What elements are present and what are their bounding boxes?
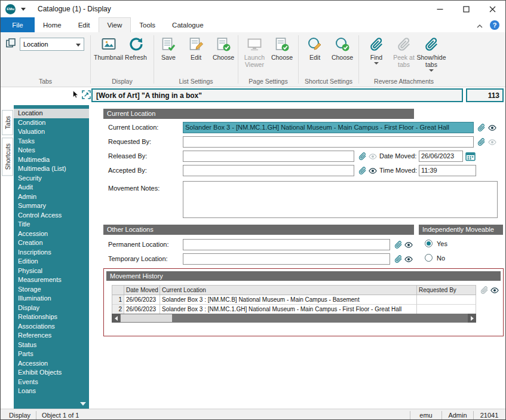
window-menu-caret-icon[interactable]	[21, 8, 26, 11]
sidebar-item-physical[interactable]: Physical	[14, 266, 89, 276]
column-header-current-location[interactable]: Current Location	[160, 286, 417, 295]
permanent-location-field[interactable]	[183, 239, 390, 250]
sidebar-item-loans[interactable]: Loans	[14, 387, 89, 396]
sidebar-item-parts[interactable]: Parts	[14, 350, 89, 359]
sidebar-item-associations[interactable]: Associations	[14, 322, 89, 332]
sidebar-item-measurements[interactable]: Measurements	[14, 275, 89, 285]
accepted-by-field[interactable]	[183, 165, 354, 176]
sidebar-item-inscriptions[interactable]: Inscriptions	[14, 248, 89, 257]
attach-icon[interactable]	[394, 255, 403, 263]
list-choose-button[interactable]: Choose	[210, 33, 237, 61]
movement-notes-field[interactable]	[183, 181, 498, 218]
sidebar-item-creation[interactable]: Creation	[14, 238, 89, 248]
sidebar-item-accession-2[interactable]: Accession	[14, 359, 89, 369]
view-attachment-icon[interactable]	[368, 152, 378, 161]
scroll-down-chevron-icon[interactable]	[80, 402, 86, 406]
view-attachment-icon[interactable]	[487, 137, 497, 147]
refresh-button[interactable]: Refresh	[122, 33, 150, 61]
sidebar-item-events[interactable]: Events	[14, 378, 89, 387]
launch-viewer-button[interactable]: Launch Viewer	[241, 33, 268, 68]
tab-edit[interactable]: Edit	[70, 17, 99, 32]
temporary-location-field[interactable]	[183, 253, 390, 265]
minimize-button[interactable]	[427, 1, 453, 17]
attach-icon[interactable]	[477, 137, 486, 146]
column-header-rownum[interactable]	[112, 286, 124, 295]
scroll-left-button[interactable]	[112, 314, 120, 323]
attach-icon[interactable]	[358, 166, 367, 175]
sidebar-item-exhibit-objects[interactable]: Exhibit Objects	[14, 368, 89, 378]
page-choose-button[interactable]: Choose	[268, 33, 296, 68]
scroll-right-button[interactable]	[468, 314, 476, 323]
vertical-tab-shortcuts[interactable]: Shortcuts	[2, 137, 13, 176]
record-title: [Work of Art] "A thing in a box"	[91, 88, 463, 102]
thumbnail-button[interactable]: Thumbnail	[95, 33, 122, 61]
view-attachment-icon[interactable]	[404, 255, 413, 264]
tab-file[interactable]: File	[1, 17, 35, 32]
calendar-icon[interactable]	[465, 151, 476, 161]
scrollbar-thumb[interactable]	[121, 314, 172, 322]
requested-by-field[interactable]	[183, 136, 474, 148]
view-attachment-icon[interactable]	[368, 166, 378, 176]
collapse-ribbon-button[interactable]	[477, 20, 483, 30]
column-header-requested-by[interactable]: Requested By	[417, 286, 476, 295]
list-edit-button[interactable]: Edit	[182, 33, 210, 61]
sidebar-item-status[interactable]: Status	[14, 341, 89, 350]
view-attachment-icon[interactable]	[490, 286, 499, 295]
sidebar-item-condition[interactable]: Condition	[14, 118, 89, 128]
find-button[interactable]: Find	[363, 33, 390, 72]
close-button[interactable]	[479, 1, 505, 17]
sidebar-item-admin[interactable]: Admin	[14, 192, 89, 202]
sidebar-item-accession[interactable]: Accession	[14, 229, 89, 239]
vertical-tab-tabs[interactable]: Tabs	[2, 110, 13, 135]
maximize-button[interactable]	[453, 1, 479, 17]
sidebar-item-valuation[interactable]: Valuation	[14, 127, 89, 137]
tab-catalogue[interactable]: Catalogue	[164, 17, 211, 32]
sidebar-item-location[interactable]: Location	[14, 109, 89, 118]
sidebar-item-edition[interactable]: Edition	[14, 257, 89, 266]
chevron-down-icon	[76, 44, 81, 47]
sidebar-item-tasks[interactable]: Tasks	[14, 137, 89, 146]
date-moved-field[interactable]: 26/06/2023	[419, 151, 463, 162]
sidebar-item-audit[interactable]: Audit	[14, 183, 89, 192]
tab-select-combobox[interactable]: Location	[20, 38, 84, 51]
expand-record-icon[interactable]	[82, 90, 91, 102]
independently-moveable-yes-radio[interactable]: Yes	[425, 240, 447, 247]
independently-moveable-no-radio[interactable]: No	[425, 254, 445, 262]
view-attachment-icon[interactable]	[404, 240, 413, 250]
sidebar-item-notes[interactable]: Notes	[14, 146, 89, 155]
time-moved-field[interactable]: 11:39	[419, 165, 476, 176]
sidebar-item-illumination[interactable]: Illumination	[14, 294, 89, 303]
table-row[interactable]: 1 26/06/2023 Solander Box 3 : [NM.MC.B] …	[112, 295, 476, 305]
tab-view[interactable]: View	[99, 17, 131, 32]
show-hide-tabs-button[interactable]: Show/hide tabs	[418, 33, 445, 72]
list-save-button[interactable]: Save	[155, 33, 182, 61]
table-row[interactable]: 2 26/06/2023 Solander Box 3 : [NM.MC.1.G…	[112, 305, 476, 314]
view-attachment-icon[interactable]	[487, 123, 497, 133]
sidebar-item-display[interactable]: Display	[14, 303, 89, 313]
attach-icon[interactable]	[358, 152, 367, 161]
sidebar-item-control-access[interactable]: Control Access	[14, 211, 89, 220]
sidebar-item-security[interactable]: Security	[14, 174, 89, 183]
column-header-date-moved[interactable]: Date Moved	[124, 286, 160, 295]
sidebar-item-references[interactable]: References	[14, 331, 89, 341]
sidebar-item-title[interactable]: Title	[14, 220, 89, 229]
shortcut-edit-button[interactable]: Edit	[301, 33, 329, 61]
horizontal-scrollbar[interactable]	[112, 314, 476, 323]
shortcut-choose-button[interactable]: Choose	[329, 33, 356, 61]
help-button[interactable]: ?	[490, 20, 499, 30]
sidebar-item-multimedia-list[interactable]: Multimedia (List)	[14, 164, 89, 174]
tab-home[interactable]: Home	[35, 17, 70, 32]
attach-icon[interactable]	[477, 123, 486, 132]
show-hide-tabs-label: Show/hide tabs	[416, 54, 446, 68]
peek-at-tabs-button[interactable]: Peek at tabs	[390, 33, 418, 72]
released-by-field[interactable]	[183, 151, 354, 162]
tab-tools[interactable]: Tools	[131, 17, 164, 32]
current-location-field[interactable]: Solander Box 3 - [NM.MC.1.GH] National M…	[183, 122, 474, 133]
sidebar-item-relationships[interactable]: Relationships	[14, 312, 89, 322]
attach-icon[interactable]	[394, 240, 403, 249]
save-icon	[161, 36, 176, 52]
sidebar-item-storage[interactable]: Storage	[14, 285, 89, 295]
sidebar-item-summary[interactable]: Summary	[14, 201, 89, 211]
attach-icon[interactable]	[480, 286, 489, 295]
sidebar-item-multimedia[interactable]: Multimedia	[14, 155, 89, 165]
